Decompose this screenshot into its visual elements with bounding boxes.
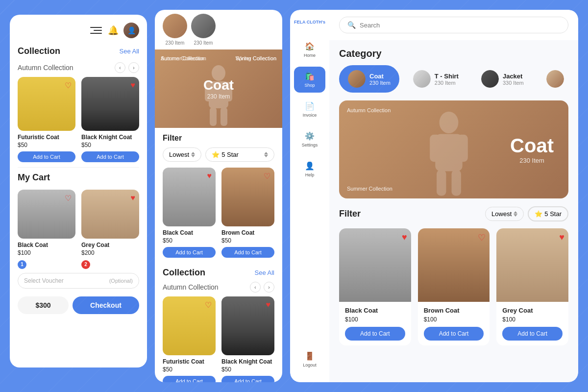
wishlist-icon[interactable]: ♥: [402, 232, 407, 243]
see-all-collection[interactable]: See All: [120, 48, 139, 55]
product-image: ♡: [163, 296, 216, 355]
shop-icon: 🛍️: [305, 72, 315, 81]
wishlist-icon[interactable]: ♡: [65, 194, 72, 203]
checkout-button[interactable]: Checkout: [73, 296, 139, 314]
middle-collection-nav: Autumn Collection ‹ ›: [163, 282, 274, 296]
product-image: ♡: [18, 77, 75, 131]
category-chip-tshirt[interactable]: T - Shirt 230 Item: [404, 65, 467, 93]
wishlist-icon[interactable]: ♡: [264, 172, 270, 181]
products-grid: ♥ Black Coat $100 Add to Cart ♡: [339, 228, 568, 345]
lowest-filter[interactable]: Lowest: [163, 147, 201, 162]
product-price: $100: [502, 316, 563, 323]
product-image: ♥: [221, 296, 274, 355]
panel-middle: 230 Item 230 Item Autumn Collection Spri…: [155, 10, 282, 382]
category-section: Category Coat 230 Item: [339, 48, 568, 93]
product-card: ♥ Black Knight Coat $50 Add to Cart: [81, 77, 139, 162]
product-info: Black Coat $100 Add to Cart: [339, 302, 411, 345]
product-list: ♥ Black Coat $50 Add to Cart ♡ Brown Coa…: [155, 168, 282, 382]
sidebar-label-settings: Settings: [302, 143, 318, 147]
sidebar-item-logout[interactable]: 🚪 Logout: [294, 346, 325, 372]
add-to-cart-button[interactable]: Add to Cart: [163, 376, 216, 382]
filter-controls: Lowest ⭐ 5 Star: [163, 147, 274, 162]
jacket-name: Jacket: [503, 73, 524, 80]
wishlist-icon[interactable]: ♥: [131, 81, 136, 90]
main-star-filter[interactable]: ⭐ 5 Star: [528, 206, 568, 221]
main-inner: Category Coat 230 Item: [329, 40, 578, 353]
wishlist-icon[interactable]: ♥: [266, 300, 271, 309]
product-price: $50: [18, 142, 75, 148]
collection-products: ♡ Futuristic Coat $50 Add to Cart ♥ Blac…: [10, 77, 147, 162]
wishlist-icon[interactable]: ♥: [559, 232, 564, 243]
wishlist-icon[interactable]: ♥: [131, 194, 136, 202]
svg-rect-10: [437, 170, 446, 196]
sidebar-item-help[interactable]: 👤 Help: [294, 156, 325, 182]
avatar[interactable]: 👤: [123, 23, 139, 38]
main-lowest-filter[interactable]: Lowest: [485, 207, 524, 221]
add-to-cart-button[interactable]: Add to Cart: [163, 247, 216, 258]
main-banner: Autumn Collection Summer Collection Coat…: [339, 100, 568, 198]
lowest-label: Lowest: [169, 151, 189, 158]
add-to-cart-button[interactable]: Add to Cart: [81, 151, 139, 162]
bell-icon[interactable]: [108, 25, 118, 36]
coat-count: 230 Item: [369, 80, 391, 86]
star-arrows: [264, 152, 268, 157]
category-chip-jacket[interactable]: Jacket 330 Item: [472, 65, 533, 93]
cart-footer: $300 Checkout: [10, 293, 147, 322]
sidebar: FELA CLOTH's 🏠 Home 🛍️ Shop 📄 Invoice ⚙️…: [290, 10, 329, 382]
add-to-cart-button[interactable]: Add to Cart: [221, 376, 274, 382]
collection-row: ♡ Futuristic Coat $50 Add to Cart ♥ Blac…: [163, 296, 274, 382]
cart-item: ♡ Black Coat $100 1: [18, 190, 75, 269]
product-card: ♥ Grey Coat $100 Add to Cart: [496, 228, 568, 345]
sidebar-item-home[interactable]: 🏠 Home: [294, 37, 325, 63]
sidebar-item-shop[interactable]: 🛍️ Shop: [294, 67, 325, 93]
wishlist-icon[interactable]: ♡: [205, 300, 212, 310]
middle-prev-arrow[interactable]: ‹: [250, 282, 261, 293]
product-card: ♡ Brown Coat $100 Add to Cart: [418, 228, 490, 345]
jacket-image: [481, 70, 499, 88]
add-to-cart-button[interactable]: Add to Cart: [221, 247, 274, 258]
avatar-item: 230 Item: [191, 14, 216, 46]
panel-desktop: FELA CLOTH's 🏠 Home 🛍️ Shop 📄 Invoice ⚙️…: [290, 10, 578, 382]
logout-icon: 🚪: [305, 351, 315, 361]
product-price: $50: [81, 142, 139, 148]
add-to-cart-button[interactable]: Add to Cart: [345, 327, 405, 341]
product-name: Brown Coat: [424, 307, 484, 314]
add-to-cart-button[interactable]: Add to Cart: [18, 151, 75, 162]
product-info: Brown Coat $100 Add to Cart: [418, 302, 490, 345]
middle-see-all[interactable]: See All: [255, 269, 274, 276]
product-name: Futuristic Coat: [163, 358, 216, 365]
product-name: Brown Coat: [221, 229, 274, 236]
avatar-image: [163, 14, 187, 38]
summer-banner-tag: Summer Collection: [347, 186, 392, 192]
sliders-icon[interactable]: [90, 24, 102, 36]
voucher-label: Select Voucher: [24, 277, 109, 284]
wishlist-icon[interactable]: ♡: [65, 81, 72, 90]
filter-right: Lowest ⭐ 5 Star: [485, 206, 568, 221]
wishlist-icon[interactable]: ♥: [207, 172, 212, 180]
prev-arrow[interactable]: ‹: [115, 62, 125, 73]
product-name: Black Knight Coat: [81, 134, 139, 141]
middle-next-arrow[interactable]: ›: [264, 282, 274, 293]
total-button[interactable]: $300: [18, 296, 69, 314]
banner-hero: Coat 230 Item: [510, 135, 554, 164]
wishlist-icon[interactable]: ♡: [478, 232, 486, 243]
product-image: ♥: [496, 228, 568, 302]
add-to-cart-button[interactable]: Add to Cart: [502, 327, 563, 341]
star-filter[interactable]: ⭐ 5 Star: [205, 147, 274, 162]
add-to-cart-button[interactable]: Add to Cart: [424, 327, 484, 341]
settings-icon: ⚙️: [305, 131, 315, 141]
category-chip-more[interactable]: [538, 65, 568, 93]
svg-rect-8: [430, 135, 441, 162]
top-bar: 👤: [10, 15, 147, 42]
sidebar-item-invoice[interactable]: 📄 Invoice: [294, 97, 325, 122]
next-arrow[interactable]: ›: [128, 62, 139, 73]
collection-title: Collection: [18, 46, 60, 56]
main-filter-title: Filter: [339, 209, 361, 219]
main-dropdown-arrows: [514, 211, 517, 217]
sidebar-item-settings[interactable]: ⚙️ Settings: [294, 126, 325, 152]
category-chip-coat[interactable]: Coat 230 Item: [339, 65, 399, 93]
main-star-icon: ⭐: [535, 210, 542, 218]
product-card: ♡ Brown Coat $50 Add to Cart: [221, 168, 274, 258]
search-input[interactable]: [360, 22, 560, 29]
more-image: [546, 70, 564, 88]
